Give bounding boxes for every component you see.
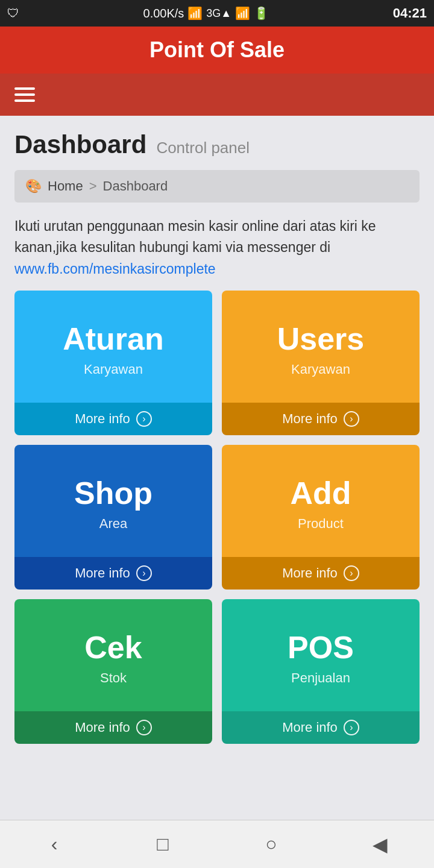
card-shop-body: Shop Area bbox=[14, 445, 212, 557]
card-pos[interactable]: POS Penjualan More info › bbox=[222, 599, 420, 744]
card-cek-title: Cek bbox=[84, 629, 142, 665]
card-shop-subtitle: Area bbox=[99, 516, 127, 532]
breadcrumb-separator: > bbox=[89, 178, 97, 194]
card-users-subtitle: Karyawan bbox=[291, 362, 350, 377]
main-content: Dashboard Control panel 🎨 Home > Dashboa… bbox=[0, 116, 434, 756]
card-add-subtitle: Product bbox=[298, 516, 344, 532]
card-aturan-more-info[interactable]: More info › bbox=[14, 403, 212, 435]
dashboard-grid: Aturan Karyawan More info › Users Karyaw… bbox=[14, 291, 420, 756]
page-subtitle: Control panel bbox=[156, 139, 250, 157]
card-shop-more-info[interactable]: More info › bbox=[14, 557, 212, 590]
card-add-title: Add bbox=[290, 475, 351, 511]
card-cek[interactable]: Cek Stok More info › bbox=[14, 599, 212, 744]
triangle-icon: ◀ bbox=[373, 833, 388, 856]
bottom-nav: ‹ □ ○ ◀ bbox=[0, 820, 434, 868]
card-users-more-info-label: More info bbox=[282, 411, 338, 427]
card-aturan[interactable]: Aturan Karyawan More info › bbox=[14, 291, 212, 435]
card-shop-title: Shop bbox=[74, 475, 153, 511]
nav-home-button[interactable]: ○ bbox=[217, 820, 326, 868]
breadcrumb-home[interactable]: Home bbox=[48, 178, 83, 194]
breadcrumb-current: Dashboard bbox=[103, 178, 168, 194]
card-users-more-info[interactable]: More info › bbox=[222, 403, 420, 435]
card-pos-more-info[interactable]: More info › bbox=[222, 711, 420, 744]
network-icon: 3G▲ bbox=[206, 7, 231, 20]
card-pos-body: POS Penjualan bbox=[222, 599, 420, 711]
card-aturan-title: Aturan bbox=[63, 321, 164, 357]
battery-icon: 🔋 bbox=[254, 6, 269, 20]
card-cek-body: Cek Stok bbox=[14, 599, 212, 711]
wifi-icon: 📶 bbox=[187, 6, 203, 20]
nav-back-button[interactable]: ‹ bbox=[0, 820, 108, 868]
card-users-arrow-icon: › bbox=[344, 411, 359, 427]
app-bar: Point Of Sale bbox=[0, 27, 434, 74]
card-cek-arrow-icon: › bbox=[136, 720, 152, 735]
card-add-more-info[interactable]: More info › bbox=[222, 557, 420, 590]
nav-recents-button[interactable]: □ bbox=[108, 820, 217, 868]
square-icon: □ bbox=[157, 833, 168, 855]
card-pos-subtitle: Penjualan bbox=[291, 670, 350, 686]
back-icon: ‹ bbox=[51, 833, 58, 855]
hamburger-menu[interactable] bbox=[14, 87, 35, 102]
card-shop[interactable]: Shop Area More info › bbox=[14, 445, 212, 590]
nav-down-button[interactable]: ◀ bbox=[326, 820, 434, 868]
circle-icon: ○ bbox=[265, 833, 277, 855]
card-pos-title: POS bbox=[288, 629, 354, 665]
card-add[interactable]: Add Product More info › bbox=[222, 445, 420, 590]
card-cek-more-info[interactable]: More info › bbox=[14, 711, 212, 744]
card-users-body: Users Karyawan bbox=[222, 291, 420, 403]
card-aturan-body: Aturan Karyawan bbox=[14, 291, 212, 403]
card-pos-arrow-icon: › bbox=[344, 720, 359, 735]
signal-icon: 📶 bbox=[235, 6, 250, 20]
card-aturan-arrow-icon: › bbox=[136, 411, 152, 427]
status-speed: 0.00K/s bbox=[143, 7, 184, 20]
app-title: Point Of Sale bbox=[149, 37, 285, 62]
card-add-more-info-label: More info bbox=[282, 565, 338, 581]
card-pos-more-info-label: More info bbox=[282, 720, 338, 735]
page-description: Ikuti urutan penggunaan mesin kasir onli… bbox=[14, 216, 420, 257]
status-bar: 🛡 0.00K/s 📶 3G▲ 📶 🔋 04:21 bbox=[0, 0, 434, 27]
card-shop-arrow-icon: › bbox=[136, 565, 152, 581]
home-icon: 🎨 bbox=[25, 178, 42, 194]
card-shop-more-info-label: More info bbox=[75, 565, 130, 581]
card-users[interactable]: Users Karyawan More info › bbox=[222, 291, 420, 435]
page-header: Dashboard Control panel bbox=[14, 130, 420, 159]
breadcrumb: 🎨 Home > Dashboard bbox=[14, 170, 420, 203]
card-users-title: Users bbox=[277, 321, 365, 357]
card-aturan-subtitle: Karyawan bbox=[84, 362, 143, 377]
page-title: Dashboard bbox=[14, 130, 146, 159]
card-cek-more-info-label: More info bbox=[75, 720, 130, 735]
nav-bar bbox=[0, 74, 434, 116]
status-time: 04:21 bbox=[393, 5, 427, 21]
card-add-body: Add Product bbox=[222, 445, 420, 557]
card-cek-subtitle: Stok bbox=[100, 670, 127, 686]
card-aturan-more-info-label: More info bbox=[75, 411, 130, 427]
card-add-arrow-icon: › bbox=[344, 565, 359, 581]
facebook-link[interactable]: www.fb.com/mesinkasircomplete bbox=[14, 261, 420, 277]
status-shield: 🛡 bbox=[7, 7, 19, 20]
status-center: 0.00K/s 📶 3G▲ 📶 🔋 bbox=[143, 6, 269, 20]
